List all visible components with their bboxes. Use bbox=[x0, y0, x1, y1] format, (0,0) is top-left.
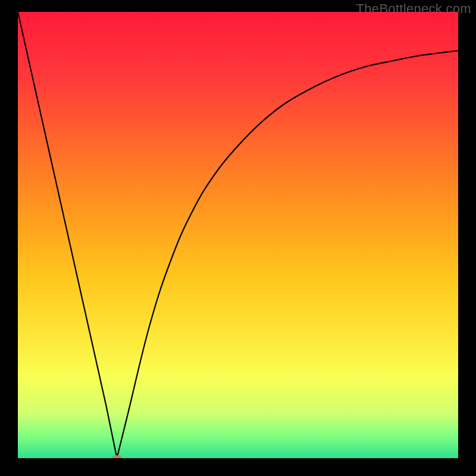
gradient-background bbox=[18, 12, 458, 458]
plot-area bbox=[18, 12, 458, 458]
chart-svg bbox=[18, 12, 458, 458]
chart-container: TheBottleneck.com bbox=[0, 0, 476, 476]
